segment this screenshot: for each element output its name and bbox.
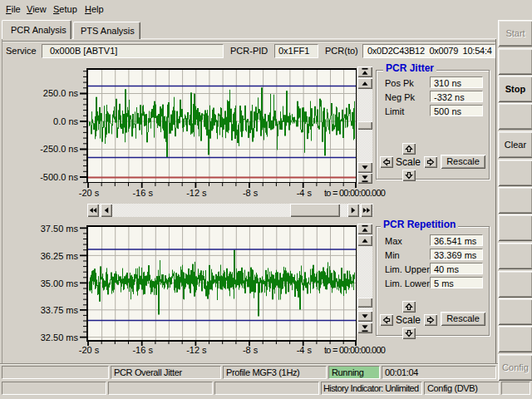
svg-text:35.00 ms: 35.00 ms <box>41 278 79 288</box>
svg-text:-20 s: -20 s <box>79 345 100 355</box>
svg-text:37.50 ms: 37.50 ms <box>41 224 79 234</box>
svg-text:0.0 ns: 0.0 ns <box>53 116 78 126</box>
svg-text:-8 s: -8 s <box>243 188 259 198</box>
svg-text:to = 00:00:00.000: to = 00:00:00.000 <box>324 345 386 355</box>
svg-text:-4 s: -4 s <box>297 188 313 198</box>
svg-text:-12 s: -12 s <box>186 188 207 198</box>
svg-text:-500.0 ns: -500.0 ns <box>40 172 78 182</box>
svg-text:250.0 ns: 250.0 ns <box>43 88 79 98</box>
svg-text:to = 00:00:00.000: to = 00:00:00.000 <box>324 188 386 198</box>
svg-text:-250.0 ns: -250.0 ns <box>40 144 78 154</box>
svg-text:-12 s: -12 s <box>186 345 207 355</box>
svg-text:-4 s: -4 s <box>297 345 313 355</box>
svg-text:36.25 ms: 36.25 ms <box>41 251 79 261</box>
svg-text:-20 s: -20 s <box>79 188 100 198</box>
svg-text:32.50 ms: 32.50 ms <box>41 332 79 342</box>
svg-text:-16 s: -16 s <box>132 345 153 355</box>
svg-text:-8 s: -8 s <box>243 345 259 355</box>
svg-text:33.75 ms: 33.75 ms <box>41 305 79 315</box>
svg-text:-16 s: -16 s <box>132 188 153 198</box>
